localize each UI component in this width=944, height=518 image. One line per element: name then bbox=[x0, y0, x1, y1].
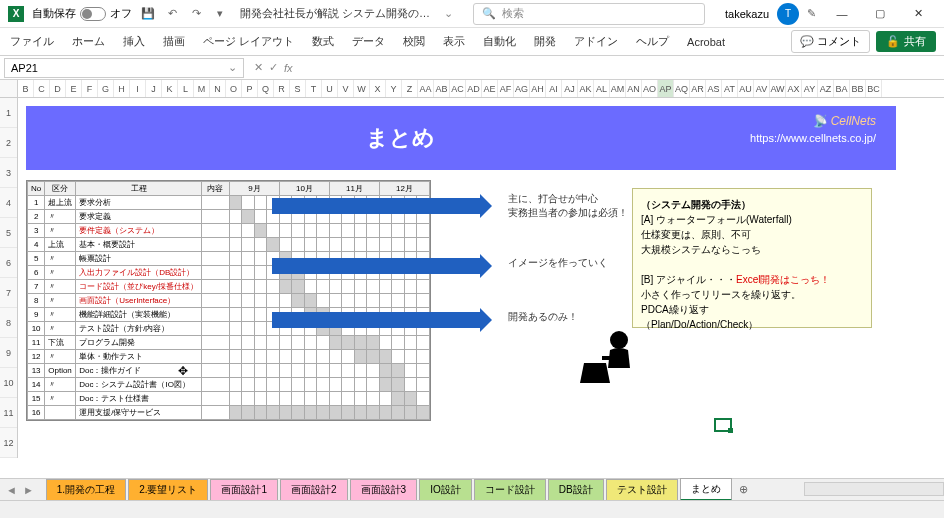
row-header-7[interactable]: 7 bbox=[0, 278, 17, 308]
col-header-AG[interactable]: AG bbox=[514, 80, 530, 97]
col-header-AY[interactable]: AY bbox=[802, 80, 818, 97]
title-dropdown-icon[interactable]: ⌄ bbox=[444, 7, 453, 20]
col-header-AK[interactable]: AK bbox=[578, 80, 594, 97]
col-header-T[interactable]: T bbox=[306, 80, 322, 97]
ribbon-tab-数式[interactable]: 数式 bbox=[310, 30, 336, 53]
cancel-icon[interactable]: ✕ bbox=[254, 61, 263, 74]
col-header-AU[interactable]: AU bbox=[738, 80, 754, 97]
col-header-AO[interactable]: AO bbox=[642, 80, 658, 97]
col-header-AR[interactable]: AR bbox=[690, 80, 706, 97]
banner-url[interactable]: https://www.cellnets.co.jp/ bbox=[750, 132, 876, 144]
username-label[interactable]: takekazu bbox=[725, 8, 769, 20]
col-header-AF[interactable]: AF bbox=[498, 80, 514, 97]
undo-icon[interactable]: ↶ bbox=[164, 6, 180, 22]
col-header-AE[interactable]: AE bbox=[482, 80, 498, 97]
col-header-V[interactable]: V bbox=[338, 80, 354, 97]
col-header-AJ[interactable]: AJ bbox=[562, 80, 578, 97]
sheet-tab-画面設計1[interactable]: 画面設計1 bbox=[210, 479, 278, 500]
sheet-tab-1.開発の工程[interactable]: 1.開発の工程 bbox=[46, 479, 126, 500]
col-header-AX[interactable]: AX bbox=[786, 80, 802, 97]
col-header-M[interactable]: M bbox=[194, 80, 210, 97]
ribbon-tab-ファイル[interactable]: ファイル bbox=[8, 30, 56, 53]
sheet-tab-2.要望リスト[interactable]: 2.要望リスト bbox=[128, 479, 208, 500]
horizontal-scrollbar[interactable] bbox=[804, 478, 944, 500]
col-header-H[interactable]: H bbox=[114, 80, 130, 97]
enter-icon[interactable]: ✓ bbox=[269, 61, 278, 74]
col-header-U[interactable]: U bbox=[322, 80, 338, 97]
ribbon-tab-ページ レイアウト[interactable]: ページ レイアウト bbox=[201, 30, 296, 53]
col-header-S[interactable]: S bbox=[290, 80, 306, 97]
col-header-F[interactable]: F bbox=[82, 80, 98, 97]
col-header-E[interactable]: E bbox=[66, 80, 82, 97]
col-header-AB[interactable]: AB bbox=[434, 80, 450, 97]
col-header-C[interactable]: C bbox=[34, 80, 50, 97]
col-header-BC[interactable]: BC bbox=[866, 80, 882, 97]
tab-nav-arrows[interactable]: ◄ ► bbox=[6, 484, 34, 496]
col-header-AZ[interactable]: AZ bbox=[818, 80, 834, 97]
col-header-P[interactable]: P bbox=[242, 80, 258, 97]
col-header-R[interactable]: R bbox=[274, 80, 290, 97]
maximize-button[interactable]: ▢ bbox=[862, 2, 898, 26]
new-sheet-button[interactable]: ⊕ bbox=[734, 483, 754, 496]
col-header-AQ[interactable]: AQ bbox=[674, 80, 690, 97]
row-header-4[interactable]: 4 bbox=[0, 188, 17, 218]
prev-sheet-icon[interactable]: ◄ bbox=[6, 484, 17, 496]
search-input[interactable]: 🔍 検索 bbox=[473, 3, 705, 25]
row-header-3[interactable]: 3 bbox=[0, 158, 17, 188]
row-header-8[interactable]: 8 bbox=[0, 308, 17, 338]
row-header-2[interactable]: 2 bbox=[0, 128, 17, 158]
toggle-icon[interactable] bbox=[80, 7, 106, 21]
comment-button[interactable]: 💬 コメント bbox=[791, 30, 870, 53]
col-header-K[interactable]: K bbox=[162, 80, 178, 97]
name-box[interactable]: AP21 ⌄ bbox=[4, 58, 244, 78]
col-header-BB[interactable]: BB bbox=[850, 80, 866, 97]
col-header-J[interactable]: J bbox=[146, 80, 162, 97]
sheet-tab-まとめ[interactable]: まとめ bbox=[680, 478, 732, 501]
col-header-AN[interactable]: AN bbox=[626, 80, 642, 97]
col-header-B[interactable]: B bbox=[18, 80, 34, 97]
redo-icon[interactable]: ↷ bbox=[188, 6, 204, 22]
sheet-tab-画面設計3[interactable]: 画面設計3 bbox=[350, 479, 418, 500]
col-header-AM[interactable]: AM bbox=[610, 80, 626, 97]
col-header-AC[interactable]: AC bbox=[450, 80, 466, 97]
col-header-AS[interactable]: AS bbox=[706, 80, 722, 97]
col-header-AP[interactable]: AP bbox=[658, 80, 674, 97]
row-header-11[interactable]: 11 bbox=[0, 398, 17, 428]
ink-icon[interactable]: ✎ bbox=[807, 7, 816, 20]
worksheet-area[interactable]: 123456789101112 まとめ 📡 CellNets https://w… bbox=[0, 98, 944, 478]
sheet-tab-コード設計[interactable]: コード設計 bbox=[474, 479, 546, 500]
save-icon[interactable]: 💾 bbox=[140, 6, 156, 22]
namebox-dropdown-icon[interactable]: ⌄ bbox=[228, 61, 237, 74]
ribbon-tab-ヘルプ[interactable]: ヘルプ bbox=[634, 30, 671, 53]
col-header-O[interactable]: O bbox=[226, 80, 242, 97]
col-header-Q[interactable]: Q bbox=[258, 80, 274, 97]
col-header-N[interactable]: N bbox=[210, 80, 226, 97]
autosave-toggle[interactable]: 自動保存 オフ bbox=[32, 6, 132, 21]
col-header-G[interactable]: G bbox=[98, 80, 114, 97]
row-header-9[interactable]: 9 bbox=[0, 338, 17, 368]
select-all-cell[interactable] bbox=[0, 80, 18, 97]
col-header-W[interactable]: W bbox=[354, 80, 370, 97]
share-button[interactable]: 🔓 共有 bbox=[876, 31, 936, 52]
sheet-tab-IO設計[interactable]: IO設計 bbox=[419, 479, 472, 500]
col-header-AV[interactable]: AV bbox=[754, 80, 770, 97]
document-title[interactable]: 開発会社社長が解説 システム開発の工程… bbox=[240, 6, 440, 21]
col-header-I[interactable]: I bbox=[130, 80, 146, 97]
row-header-1[interactable]: 1 bbox=[0, 98, 17, 128]
ribbon-tab-アドイン[interactable]: アドイン bbox=[572, 30, 620, 53]
col-header-AH[interactable]: AH bbox=[530, 80, 546, 97]
col-header-D[interactable]: D bbox=[50, 80, 66, 97]
col-header-AI[interactable]: AI bbox=[546, 80, 562, 97]
fx-icon[interactable]: fx bbox=[284, 62, 293, 74]
ribbon-tab-校閲[interactable]: 校閲 bbox=[401, 30, 427, 53]
minimize-button[interactable]: — bbox=[824, 2, 860, 26]
ribbon-tab-自動化[interactable]: 自動化 bbox=[481, 30, 518, 53]
ribbon-tab-挿入[interactable]: 挿入 bbox=[121, 30, 147, 53]
col-header-BA[interactable]: BA bbox=[834, 80, 850, 97]
ribbon-tab-ホーム[interactable]: ホーム bbox=[70, 30, 107, 53]
col-header-AL[interactable]: AL bbox=[594, 80, 610, 97]
col-header-AA[interactable]: AA bbox=[418, 80, 434, 97]
sheet-tab-テスト設計[interactable]: テスト設計 bbox=[606, 479, 678, 500]
col-header-L[interactable]: L bbox=[178, 80, 194, 97]
col-header-Y[interactable]: Y bbox=[386, 80, 402, 97]
